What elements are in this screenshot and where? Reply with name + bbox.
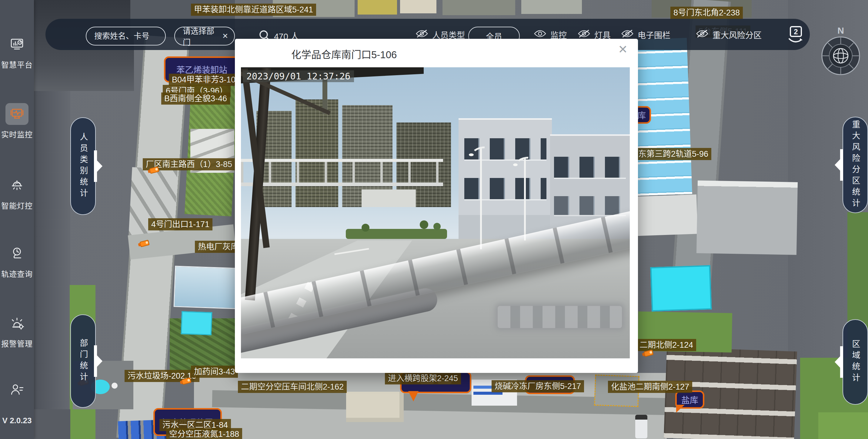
camera-scene-element: [480, 147, 482, 249]
map-label[interactable]: 空分空压液氮1-188: [166, 428, 242, 439]
camera-scene-element: [469, 153, 474, 156]
camera-scene-element: [420, 221, 428, 229]
map-label-text: 甲苯装卸北侧靠近道路区域5-241: [194, 5, 313, 14]
camera-scene-element: [513, 164, 518, 166]
side-tab-区域统计[interactable]: 区域统计: [842, 319, 868, 405]
sidebar: 智慧平台实时监控智能灯控轨迹查询报警管理 V 2.0.23: [0, 0, 34, 439]
sidebar-item-person-list[interactable]: [0, 379, 34, 401]
map-label[interactable]: B04甲苯非芳3-10: [169, 74, 239, 86]
map-label-text: 二期北侧2-124: [640, 341, 693, 350]
sidebar-item-轨迹查询[interactable]: 轨迹查询: [0, 242, 34, 279]
trajectory-query-icon: [5, 242, 29, 264]
map-label-text: 盐库: [681, 393, 698, 406]
map-label[interactable]: 化盐池二期南侧2-127: [608, 381, 692, 393]
side-tab-部门统计[interactable]: 部门统计: [70, 314, 96, 408]
map-shape: [635, 415, 647, 438]
sidebar-item-label: 实时监控: [0, 128, 34, 140]
side-tab-重大风险分区统计[interactable]: 重大风险分区统计: [842, 117, 868, 213]
map-shape: [34, 409, 70, 439]
view-2d-icon[interactable]: 2: [787, 25, 804, 45]
side-tab-label: 部门统计: [79, 339, 87, 383]
side-tab-label: 重大风险分区统计: [851, 120, 860, 210]
sidebar-item-label: 智能灯控: [0, 200, 34, 211]
department-select[interactable]: 请选择部门 ✕: [174, 27, 235, 46]
map-shape: [442, 0, 515, 15]
smart-light-icon: [5, 174, 29, 196]
sidebar-item-label: 报警管理: [0, 338, 34, 349]
camera-scene-element: [241, 159, 443, 186]
person-list-icon: [5, 379, 29, 401]
camera-scene-element: [464, 178, 547, 200]
map-label-text: 热电厂灰库: [198, 242, 239, 251]
map-label[interactable]: 二期空分空压车间北侧2-162: [238, 381, 347, 393]
compass-dial: [821, 36, 861, 76]
map-shape: [346, 392, 404, 422]
camera-scene-element: [346, 229, 447, 239]
camera-scene-element: [524, 158, 526, 241]
map-shape: [400, 0, 436, 13]
layer-toggle-label: 电子围栏: [638, 29, 671, 40]
sidebar-item-label: 智慧平台: [0, 59, 34, 70]
map-label[interactable]: B西南侧全貌3-46: [161, 92, 230, 105]
map-label-text: 进入横跨股架2-245: [388, 374, 458, 383]
layer-toggle-重大风险分区[interactable]: 重大风险分区: [695, 29, 762, 41]
camera-timestamp: 2023/09/01 12:37:26: [243, 70, 354, 82]
dashboard-monitor-icon: [5, 33, 29, 55]
app-version: V 2.0.23: [0, 416, 34, 426]
camera-scene-element: [554, 157, 626, 179]
layer-toggle-label: 重大风险分区: [713, 29, 762, 40]
map-label-text: 4号门出口1-171: [151, 220, 210, 229]
realtime-monitor-icon: [5, 103, 29, 125]
close-icon[interactable]: ✕: [618, 43, 628, 55]
sidebar-item-实时监控[interactable]: 实时监控: [0, 103, 34, 140]
camera-modal: 化学品仓库南门口5-106 ✕: [235, 39, 638, 373]
search-input[interactable]: [86, 32, 165, 41]
compass-north-label: N: [820, 26, 861, 36]
map-shape: [521, 0, 582, 14]
map-shape: [174, 266, 238, 309]
side-tab-label: 区域统计: [851, 340, 860, 384]
smart-park-app: 苯乙烯装卸站污水处理装置盐库库甲苯装卸北侧靠近道路区域5-2418号门东北角2-…: [0, 0, 868, 439]
sidebar-item-报警管理[interactable]: 报警管理: [0, 312, 34, 349]
map-label[interactable]: 东第三跨2轨道5-96: [635, 148, 711, 160]
compass[interactable]: N: [820, 26, 861, 79]
camera-feed-image: 2023/09/01 12:37:26: [241, 67, 630, 358]
map-shape: [818, 412, 868, 439]
map-label[interactable]: 加药间3-43: [191, 365, 238, 378]
map-shape: [112, 383, 118, 389]
svg-text:2: 2: [794, 28, 798, 36]
side-tab-人员类别统计[interactable]: 人员类别统计: [70, 117, 96, 215]
camera-scene-element: [362, 189, 416, 207]
sidebar-item-智能灯控[interactable]: 智能灯控: [0, 174, 34, 211]
eye-off-icon: [695, 29, 713, 41]
map-label-text: 库: [638, 109, 646, 121]
map-label-text: 化盐池二期南侧2-127: [611, 382, 689, 391]
map-label[interactable]: 盐库: [675, 390, 704, 409]
alarm-manage-icon: [5, 312, 29, 334]
sidebar-item-label: 轨迹查询: [0, 268, 34, 279]
map-label[interactable]: 二期北侧2-124: [637, 339, 696, 351]
map-label-text: 加药间3-43: [194, 367, 235, 376]
map-label-text: 二期空分空压车间北侧2-162: [241, 382, 344, 391]
department-select-value: 请选择部门: [175, 25, 222, 47]
map-shape: [696, 180, 798, 255]
search-pill[interactable]: [86, 27, 166, 46]
watermark-redaction-bar: [498, 306, 622, 328]
map-shape: [631, 194, 698, 236]
map-label-text: 空分空压液氮1-188: [169, 430, 239, 439]
map-label-text: 8号门东北角2-238: [674, 8, 740, 17]
map-label-text: 厂区南主路西（1）3-85: [146, 160, 232, 169]
clear-icon[interactable]: ✕: [222, 32, 234, 40]
map-shape: [34, 91, 70, 439]
map-label[interactable]: 进入横跨股架2-245: [385, 372, 461, 384]
map-shape: [181, 311, 213, 335]
map-label[interactable]: 8号门东北角2-238: [671, 7, 743, 19]
map-label[interactable]: 4号门出口1-171: [148, 218, 213, 230]
map-label[interactable]: 烧碱冷冻厂房东侧5-217: [492, 380, 584, 392]
map-label-text: 东第三跨2轨道5-96: [638, 149, 708, 158]
map-shape: [650, 265, 712, 312]
map-label[interactable]: 甲苯装卸北侧靠近道路区域5-241: [191, 4, 316, 16]
side-tab-label: 人员类别统计: [79, 133, 87, 200]
map-label-text: 烧碱冷冻厂房东侧5-217: [495, 382, 581, 391]
sidebar-item-智慧平台[interactable]: 智慧平台: [0, 33, 34, 70]
